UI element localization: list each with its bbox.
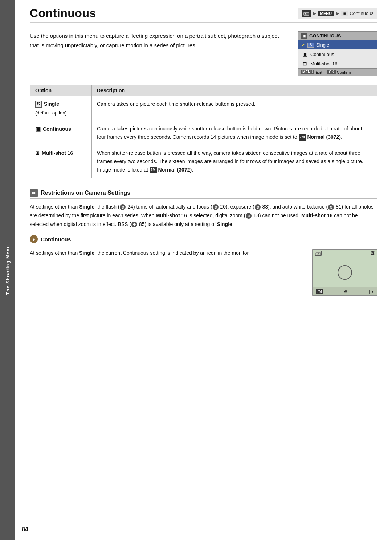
monitor-frames-count: 🖼 xyxy=(370,251,375,256)
menu-title: ▣ CONTINUOUS xyxy=(298,32,377,40)
intro-section: Use the options in this menu to capture … xyxy=(30,31,377,76)
main-content: Continuous ▶ MENU ▶ ▣ Continuous xyxy=(15,0,392,307)
ref-icon-5: ⊕ xyxy=(246,213,252,219)
monitor-camera-icon xyxy=(315,251,322,256)
single-box-icon: S xyxy=(35,101,42,108)
ref-icon-4: ⊕ xyxy=(328,204,334,210)
menu-item-continuous[interactable]: ▣ Continuous xyxy=(298,49,377,59)
restrictions-text: At settings other than Single, the flash… xyxy=(30,203,377,229)
monitor-cam-svg xyxy=(315,252,321,256)
menu-key: MENU xyxy=(301,70,314,74)
ref-icon-1: ⊕ xyxy=(120,204,126,210)
note-row: At settings other than Single, the curre… xyxy=(30,249,377,296)
breadcrumb: ▶ MENU ▶ ▣ Continuous xyxy=(298,8,377,19)
continuous-note-heading: ● Continuous xyxy=(30,235,377,245)
monitor-top-bar: 🖼 xyxy=(313,250,377,258)
continuous-table-icon: ▣ xyxy=(35,125,41,134)
option-continuous-cell: ▣ Continuous xyxy=(30,121,92,145)
single-icon: S xyxy=(307,43,314,48)
continuous-note-text: At settings other than Single, the curre… xyxy=(30,249,305,258)
sidebar: The Shooting Menu xyxy=(0,0,15,540)
continuous-description: Camera takes pictures continuously while… xyxy=(92,121,377,145)
pencil-icon: ✏ xyxy=(30,189,38,197)
menu-screenshot: ▣ CONTINUOUS ✔ S Single ▣ Continuous ⊞ xyxy=(298,31,377,76)
arrow-right-icon-2: ▶ xyxy=(336,11,339,16)
restrictions-title: Restrictions on Camera Settings xyxy=(41,190,130,196)
continuous-section-icon: ▣ xyxy=(341,11,348,16)
continuous-menu-icon: ▣ xyxy=(302,51,308,57)
restrictions-heading: ✏ Restrictions on Camera Settings xyxy=(30,189,377,199)
single-text: Single xyxy=(44,100,59,108)
multishot-description: When shutter-release button is pressed a… xyxy=(92,145,377,178)
multishot-table-icon: ⊞ xyxy=(35,149,40,157)
option-single-cell: S Single (default option) xyxy=(30,96,92,121)
intro-text: Use the options in this menu to capture … xyxy=(30,31,287,50)
breadcrumb-page-name: Continuous xyxy=(350,11,373,16)
multishot-menu-icon: ⊞ xyxy=(302,61,308,67)
confirm-label: Confirm xyxy=(337,70,351,74)
ref-icon-3: ⊕ xyxy=(255,204,261,210)
arrow-right-icon: ▶ xyxy=(313,11,316,16)
menu-item-multishot[interactable]: ⊞ Multi-shot 16 xyxy=(298,59,377,68)
menu-title-icon: ▣ xyxy=(301,33,307,39)
monitor-circle xyxy=(338,265,352,280)
option-multishot-name: ⊞ Multi-shot 16 xyxy=(35,149,86,157)
monitor-focus-icon: ⊕ xyxy=(344,289,348,294)
single-description: Camera takes one picture each time shutt… xyxy=(92,96,377,121)
continuous-note-title: Continuous xyxy=(41,236,71,242)
exit-label: Exit xyxy=(315,70,322,74)
page: The Shooting Menu Continuous ▶ MENU ▶ xyxy=(0,0,392,540)
table-row: ▣ Continuous Camera takes pictures conti… xyxy=(30,121,377,145)
normal-text: Normal (3072). xyxy=(307,134,342,140)
ref-icon-6: ⊕ xyxy=(131,222,137,227)
normal-text-2: Normal (3072). xyxy=(158,167,193,173)
option-single-name: S Single xyxy=(35,100,86,108)
col-description: Description xyxy=(92,85,377,96)
restrictions-section: ✏ Restrictions on Camera Settings At set… xyxy=(30,189,377,229)
menu-title-label: CONTINUOUS xyxy=(309,33,341,39)
ref-icon-2: ⊕ xyxy=(213,204,219,210)
seven-m-icon-2: 7M xyxy=(150,167,157,174)
option-continuous-name: ▣ Continuous xyxy=(35,125,86,134)
single-label: Single xyxy=(316,42,329,48)
ok-key: OK xyxy=(327,70,336,74)
menu-icon: MENU xyxy=(318,11,334,16)
camera-icon xyxy=(302,10,311,17)
seven-m-icon: 7M xyxy=(299,134,306,141)
continuous-label: Continuous xyxy=(310,52,334,57)
multishot-label: Multi-shot 16 xyxy=(310,61,337,67)
svg-rect-4 xyxy=(316,253,321,256)
multishot-text: Multi-shot 16 xyxy=(42,149,73,157)
camera-svg xyxy=(303,11,309,16)
header-row: Continuous ▶ MENU ▶ ▣ Continuous xyxy=(30,7,377,23)
monitor-bottom-bar: 7M ⊕ [ 7 xyxy=(313,287,377,295)
menu-exit: MENU Exit xyxy=(301,70,322,74)
monitor-7m-icon: 7M xyxy=(316,289,323,294)
page-number: 84 xyxy=(22,526,28,533)
continuous-note-section: ● Continuous At settings other than Sing… xyxy=(30,235,377,296)
continuous-text: Continuous xyxy=(43,125,71,133)
svg-point-5 xyxy=(318,254,319,255)
col-option: Option xyxy=(30,85,92,96)
multishot-desc-text: When shutter-release button is pressed a… xyxy=(97,150,363,173)
option-multishot-cell: ⊞ Multi-shot 16 xyxy=(30,145,92,178)
svg-rect-3 xyxy=(305,12,306,12)
checkmark-icon: ✔ xyxy=(302,43,305,48)
single-sub: (default option) xyxy=(35,109,86,117)
menu-confirm: OK Confirm xyxy=(327,70,351,74)
table-row: ⊞ Multi-shot 16 When shutter-release but… xyxy=(30,145,377,178)
menu-item-single[interactable]: ✔ S Single xyxy=(298,40,377,49)
table-row: S Single (default option) Camera takes o… xyxy=(30,96,377,121)
options-table: Option Description S Single (default opt… xyxy=(30,85,377,178)
page-title: Continuous xyxy=(30,7,96,20)
sidebar-label: The Shooting Menu xyxy=(5,245,11,295)
menu-footer: MENU Exit OK Confirm xyxy=(298,68,377,76)
camera-monitor: 🖼 7M ⊕ [ 7 xyxy=(312,249,377,296)
note-icon: ● xyxy=(30,235,38,243)
monitor-bracket-icon: [ 7 xyxy=(369,289,374,294)
